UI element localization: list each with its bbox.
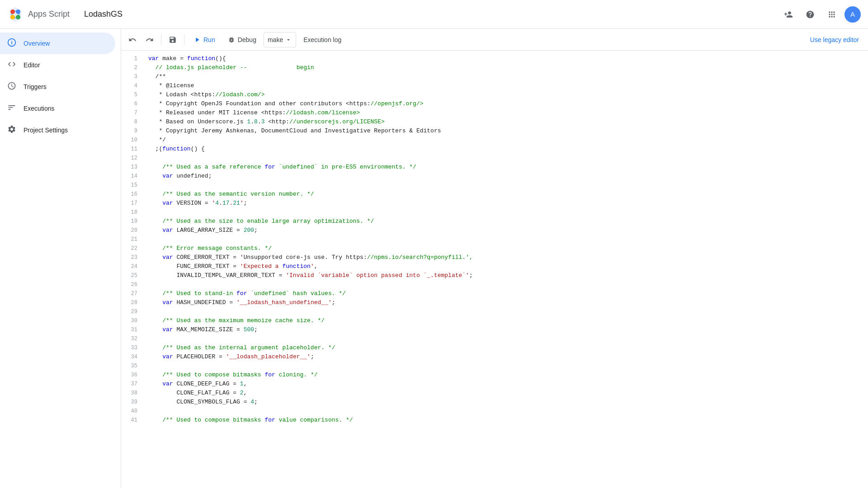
line-number: 26 (121, 280, 145, 289)
code-line: 9 * Copyright Jeremy Ashkenas, DocumentC… (121, 127, 868, 136)
overview-icon: i (7, 38, 16, 49)
line-content[interactable]: /** Used to compose bitmasks for cloning… (145, 371, 868, 380)
line-content[interactable]: var undefined; (145, 172, 868, 181)
redo-icon (146, 36, 154, 44)
line-content[interactable]: var make = function(){ (145, 54, 868, 63)
code-line: 5 * Lodash <https://lodash.com/> (121, 90, 868, 99)
line-number: 41 (121, 416, 145, 425)
sidebar-item-project-settings[interactable]: Project Settings (0, 119, 115, 141)
line-content[interactable] (145, 334, 868, 343)
line-content[interactable] (145, 208, 868, 217)
code-line: 2 // lodas.js placeholder -- begin (121, 63, 868, 72)
line-content[interactable]: var PLACEHOLDER = '__lodash_placeholder_… (145, 352, 868, 361)
redo-button[interactable] (142, 32, 157, 48)
line-content[interactable]: var LARGE_ARRAY_SIZE = 200; (145, 226, 868, 235)
function-name: make (268, 36, 283, 43)
code-line: 40 (121, 407, 868, 416)
line-content[interactable]: /** Used as the size to enable large arr… (145, 217, 868, 226)
line-number: 37 (121, 380, 145, 389)
help-button[interactable] (801, 5, 819, 23)
function-selector[interactable]: make (264, 32, 296, 47)
debug-button[interactable]: Debug (222, 32, 262, 48)
line-content[interactable]: /** Used to compose bitmasks for value c… (145, 416, 868, 425)
line-number: 9 (121, 127, 145, 136)
project-name: LodashGS (84, 9, 123, 19)
line-content[interactable]: * Lodash <https://lodash.com/> (145, 90, 868, 99)
line-content[interactable] (145, 361, 868, 371)
line-content[interactable]: /** Used as the maximum memoize cache si… (145, 316, 868, 325)
app-logo: Apps Script (7, 6, 70, 23)
line-content[interactable]: var VERSION = '4.17.21'; (145, 199, 868, 208)
line-number: 31 (121, 325, 145, 334)
line-number: 3 (121, 72, 145, 81)
code-line: 16 /** Used as the semantic version numb… (121, 190, 868, 199)
line-content[interactable]: */ (145, 136, 868, 145)
line-content[interactable]: // lodas.js placeholder -- begin (145, 63, 868, 72)
line-content[interactable]: var CLONE_DEEP_FLAG = 1, (145, 380, 868, 389)
code-line: 36 /** Used to compose bitmasks for clon… (121, 371, 868, 380)
line-content[interactable]: * Copyright Jeremy Ashkenas, DocumentClo… (145, 127, 868, 136)
line-content[interactable] (145, 235, 868, 244)
apps-script-logo-icon (7, 6, 24, 23)
line-number: 6 (121, 99, 145, 108)
line-content[interactable]: /** Used as a safe reference for `undefi… (145, 163, 868, 172)
apps-button[interactable] (823, 5, 841, 23)
line-content[interactable] (145, 154, 868, 163)
line-content[interactable] (145, 307, 868, 316)
line-content[interactable]: ;(function() { (145, 145, 868, 154)
line-content[interactable]: CLONE_SYMBOLS_FLAG = 4; (145, 398, 868, 407)
code-line: 34 var PLACEHOLDER = '__lodash_placehold… (121, 352, 868, 361)
add-user-button[interactable] (779, 5, 797, 23)
line-number: 13 (121, 163, 145, 172)
save-button[interactable] (165, 32, 180, 48)
sidebar-item-triggers[interactable]: Triggers (0, 76, 115, 98)
add-user-icon (784, 10, 793, 19)
line-content[interactable]: INVALID_TEMPL_VAR_ERROR_TEXT = 'Invalid … (145, 271, 868, 280)
triggers-icon (7, 81, 16, 93)
line-content[interactable]: CLONE_FLAT_FLAG = 2, (145, 389, 868, 398)
line-content[interactable] (145, 181, 868, 190)
code-line: 19 /** Used as the size to enable large … (121, 217, 868, 226)
line-number: 28 (121, 298, 145, 307)
line-content[interactable]: /** Used as the internal argument placeh… (145, 343, 868, 352)
line-content[interactable]: * Copyright OpenJS Foundation and other … (145, 99, 868, 108)
avatar[interactable]: A (844, 6, 861, 23)
code-line: 22 /** Error message constants. */ (121, 244, 868, 253)
line-number: 11 (121, 145, 145, 154)
run-button[interactable]: Run (188, 32, 221, 48)
debug-icon (228, 36, 235, 43)
line-content[interactable]: var MAX_MEMOIZE_SIZE = 500; (145, 325, 868, 334)
code-line: 21 (121, 235, 868, 244)
sidebar-item-executions[interactable]: Executions (0, 98, 115, 119)
line-content[interactable]: /** Error message constants. */ (145, 244, 868, 253)
line-content[interactable]: /** Used to stand-in for `undefined` has… (145, 289, 868, 298)
code-editor[interactable]: 1var make = function(){2 // lodas.js pla… (121, 51, 868, 488)
execution-log-button[interactable]: Execution log (298, 32, 347, 48)
sidebar-item-editor[interactable]: Editor (0, 54, 115, 76)
line-content[interactable]: /** Used as the semantic version number.… (145, 190, 868, 199)
line-content[interactable]: * @license (145, 81, 868, 90)
legacy-editor-button[interactable]: Use legacy editor (805, 32, 864, 48)
code-line: 1var make = function(){ (121, 54, 868, 63)
sidebar-item-project-settings-label: Project Settings (24, 127, 68, 134)
line-content[interactable]: * Based on Underscore.js 1.8.3 <http://u… (145, 117, 868, 127)
line-number: 14 (121, 172, 145, 181)
line-number: 24 (121, 262, 145, 271)
line-number: 30 (121, 316, 145, 325)
line-content[interactable] (145, 407, 868, 416)
line-content[interactable]: FUNC_ERROR_TEXT = 'Expected a function', (145, 262, 868, 271)
line-content[interactable]: var HASH_UNDEFINED = '__lodash_hash_unde… (145, 298, 868, 307)
line-number: 4 (121, 81, 145, 90)
line-content[interactable] (145, 280, 868, 289)
line-number: 12 (121, 154, 145, 163)
line-number: 32 (121, 334, 145, 343)
code-line: 24 FUNC_ERROR_TEXT = 'Expected a functio… (121, 262, 868, 271)
code-line: 35 (121, 361, 868, 371)
line-content[interactable]: /** (145, 72, 868, 81)
undo-button[interactable] (125, 32, 140, 48)
line-number: 23 (121, 253, 145, 262)
line-content[interactable]: * Released under MIT license <https://lo… (145, 108, 868, 117)
line-content[interactable]: var CORE_ERROR_TEXT = 'Unsupported core-… (145, 253, 868, 262)
sidebar-item-overview[interactable]: i Overview (0, 33, 115, 54)
sidebar-item-executions-label: Executions (24, 105, 54, 112)
